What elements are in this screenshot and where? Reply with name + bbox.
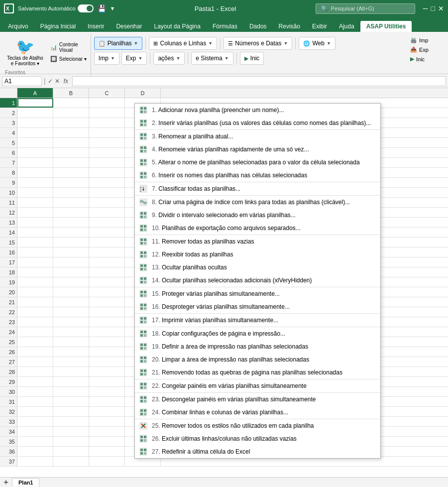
cell-5-2[interactable]	[89, 138, 125, 147]
row-header-24[interactable]: 24	[0, 327, 17, 337]
cell-22-2[interactable]	[89, 307, 125, 317]
cell-20-2[interactable]	[89, 287, 125, 297]
btn-selecionar[interactable]: 🔲 Selecionar ▾	[48, 55, 89, 63]
row-header-2[interactable]: 2	[0, 108, 17, 118]
dropdown-item-14[interactable]: 14. Ocultar planilhas selecionadas adici…	[135, 274, 380, 287]
cell-11-1[interactable]	[53, 198, 89, 207]
tab-dados[interactable]: Dados	[243, 21, 273, 32]
cell-36-1[interactable]	[53, 447, 89, 456]
cell-18-2[interactable]	[89, 267, 125, 277]
dropdown-item-11[interactable]: 11. Remover todas as planilhas vazias	[135, 235, 380, 248]
cell-9-1[interactable]	[53, 178, 89, 187]
row-header-19[interactable]: 19	[0, 277, 17, 287]
cell-23-2[interactable]	[89, 317, 125, 327]
row-header-7[interactable]: 7	[0, 158, 17, 167]
cell-17-0[interactable]	[17, 257, 53, 267]
cell-5-0[interactable]	[17, 138, 53, 147]
cell-13-0[interactable]	[17, 218, 53, 227]
formula-fx-icon[interactable]: fx	[64, 78, 68, 85]
cell-7-2[interactable]	[89, 158, 125, 167]
cell-4-0[interactable]	[17, 128, 53, 137]
cell-7-1[interactable]	[53, 158, 89, 167]
cell-20-1[interactable]	[53, 287, 89, 297]
pill-inic[interactable]: ▶ Inic	[240, 52, 264, 65]
cell-20-0[interactable]	[17, 287, 53, 297]
tab-ajuda[interactable]: Ajuda	[333, 21, 360, 32]
cell-4-1[interactable]	[53, 128, 89, 137]
cell-23-1[interactable]	[53, 317, 89, 327]
autosave-toggle[interactable]: Salvamento Automático	[18, 4, 94, 12]
cell-14-0[interactable]	[17, 228, 53, 237]
cell-16-1[interactable]	[53, 247, 89, 257]
cell-2-2[interactable]	[89, 108, 125, 118]
row-header-29[interactable]: 29	[0, 377, 17, 386]
dropdown-item-4[interactable]: 4. Renomeie várias planilhas rapidamente…	[135, 143, 380, 156]
dropdown-item-17[interactable]: 17. Imprimir várias planilhas simultanea…	[135, 314, 380, 327]
maximize-button[interactable]: □	[431, 4, 435, 12]
cell-6-2[interactable]	[89, 148, 125, 157]
cell-29-1[interactable]	[53, 377, 89, 386]
cell-31-0[interactable]	[17, 397, 53, 406]
cell-35-2[interactable]	[89, 437, 125, 446]
cell-30-2[interactable]	[89, 387, 125, 396]
cell-26-1[interactable]	[53, 347, 89, 357]
dropdown-item-10[interactable]: 10. Planilhas de exportação como arquivo…	[135, 222, 380, 235]
cell-22-1[interactable]	[53, 307, 89, 317]
cell-10-1[interactable]	[53, 188, 89, 197]
autosave-switch[interactable]	[78, 4, 94, 12]
row-header-16[interactable]: 16	[0, 247, 17, 257]
sheet-tab-plan1[interactable]: Plan1	[12, 478, 39, 487]
row-header-34[interactable]: 34	[0, 427, 17, 436]
cell-17-1[interactable]	[53, 257, 89, 267]
dropdown-item-15[interactable]: 15. Proteger várias planilhas simultanea…	[135, 287, 380, 300]
cell-3-2[interactable]	[89, 118, 125, 127]
cell-32-1[interactable]	[53, 407, 89, 416]
tab-desenhar[interactable]: Desenhar	[110, 21, 148, 32]
dropdown-item-19[interactable]: 19. Definir a área de impressão nas plan…	[135, 340, 380, 353]
dropdown-item-20[interactable]: 20. Limpar a área de impressão nas plani…	[135, 353, 380, 366]
dropdown-item-9[interactable]: 9. Dividir o intervalo selecionado em vá…	[135, 209, 380, 222]
cell-1-2[interactable]	[89, 98, 125, 108]
formula-cross-icon[interactable]: ✕	[55, 78, 60, 85]
tab-arquivo[interactable]: Arquivo	[2, 21, 34, 32]
cell-24-2[interactable]	[89, 327, 125, 337]
dropdown-item-22[interactable]: 22. Congelar painéis em várias planilhas…	[135, 379, 380, 392]
cell-17-2[interactable]	[89, 257, 125, 267]
row-header-32[interactable]: 32	[0, 407, 17, 416]
cell-18-0[interactable]	[17, 267, 53, 277]
cell-18-1[interactable]	[53, 267, 89, 277]
cell-26-2[interactable]	[89, 347, 125, 357]
col-header-d[interactable]: D	[125, 88, 161, 98]
close-button[interactable]: ✕	[438, 4, 444, 12]
row-header-12[interactable]: 12	[0, 208, 17, 217]
cell-33-1[interactable]	[53, 417, 89, 426]
cell-19-2[interactable]	[89, 277, 125, 287]
cell-31-1[interactable]	[53, 397, 89, 406]
row-header-15[interactable]: 15	[0, 238, 17, 247]
cell-33-0[interactable]	[17, 417, 53, 426]
cell-2-1[interactable]	[53, 108, 89, 118]
cell-6-1[interactable]	[53, 148, 89, 157]
cell-24-0[interactable]	[17, 327, 53, 337]
dropdown-item-27[interactable]: 27. Redefinir a última célula do Excel	[135, 445, 380, 458]
row-header-30[interactable]: 30	[0, 387, 17, 396]
title-search-box[interactable]: 🔍 Pesquisar (Alt+G)	[316, 3, 415, 14]
cell-27-2[interactable]	[89, 357, 125, 366]
cell-28-2[interactable]	[89, 367, 125, 376]
row-header-3[interactable]: 3	[0, 118, 17, 127]
cell-1-1[interactable]	[53, 98, 89, 108]
row-header-11[interactable]: 11	[0, 198, 17, 207]
row-header-8[interactable]: 8	[0, 168, 17, 177]
row-header-31[interactable]: 31	[0, 397, 17, 406]
cell-37-2[interactable]	[89, 457, 125, 466]
cell-25-0[interactable]	[17, 337, 53, 347]
pill-exp[interactable]: Exp ▼	[121, 52, 147, 65]
dropdown-item-18[interactable]: 18. Copiar configurações de página e imp…	[135, 327, 380, 340]
row-header-5[interactable]: 5	[0, 138, 17, 147]
cell-5-1[interactable]	[53, 138, 89, 147]
cell-32-2[interactable]	[89, 407, 125, 416]
cell-11-2[interactable]	[89, 198, 125, 207]
cell-19-0[interactable]	[17, 277, 53, 287]
cell-13-1[interactable]	[53, 218, 89, 227]
row-header-4[interactable]: 4	[0, 128, 17, 137]
